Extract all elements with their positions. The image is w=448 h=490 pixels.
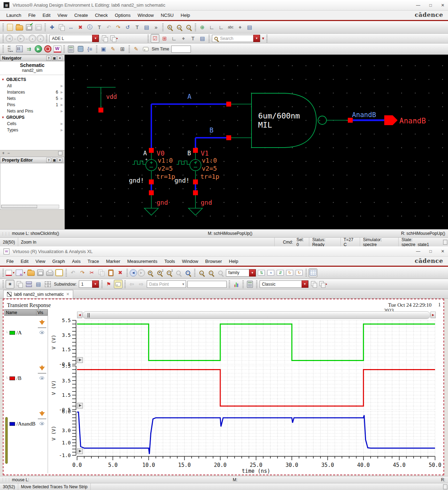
- copy-icon[interactable]: [57, 23, 66, 32]
- plot-setup-icon[interactable]: ▣: [99, 45, 108, 53]
- menu-graph[interactable]: Graph: [49, 257, 68, 265]
- nav-top-icon[interactable]: ▲: [37, 35, 44, 42]
- statusbar-scroll-handle[interactable]: [443, 484, 447, 489]
- expand-icon[interactable]: ▶: [58, 84, 63, 88]
- new-window-icon[interactable]: ▼: [6, 268, 15, 277]
- source-v0[interactable]: A V0 v1:0 v2=5 tr=1p gnd! gnd: [129, 148, 175, 215]
- snap-mode-select[interactable]: Data Point▼: [147, 280, 186, 288]
- property-form-icon[interactable]: ▤: [245, 23, 254, 32]
- split-view-icon[interactable]: ▤: [34, 280, 43, 288]
- menu-edit[interactable]: Edit: [39, 11, 54, 19]
- prev-point-icon[interactable]: ⇦: [127, 280, 136, 288]
- pan-icon[interactable]: [174, 268, 183, 277]
- next-point-icon[interactable]: ⇨: [137, 280, 146, 288]
- select-text-icon[interactable]: T: [188, 34, 197, 43]
- style-select[interactable]: Classic▼: [260, 280, 309, 288]
- add-wire-icon[interactable]: ∟: [207, 23, 216, 32]
- zoom-out-2x-icon[interactable]: −2: [165, 268, 173, 277]
- table-view-icon[interactable]: [309, 268, 317, 277]
- expressions-icon[interactable]: {≡: [85, 45, 94, 53]
- vdd-symbol[interactable]: vdd: [87, 87, 117, 113]
- calculator-icon[interactable]: [67, 45, 75, 53]
- label-tool-icon[interactable]: [114, 280, 123, 288]
- workspace-delete-icon[interactable]: ●: [110, 34, 118, 43]
- workspace-select[interactable]: ADE L▼: [49, 35, 99, 42]
- expand-icon[interactable]: ▶: [58, 103, 63, 107]
- property-editor-titlebar[interactable]: Property Editor ? ▣ ✕: [0, 157, 64, 163]
- maximize-icon[interactable]: □: [429, 3, 432, 8]
- undock-icon[interactable]: ▣: [52, 158, 57, 163]
- select-wire-icon[interactable]: ∟: [170, 34, 178, 43]
- legend-row-AnandB[interactable]: └/AnandB: [4, 411, 47, 455]
- output-pin[interactable]: [384, 115, 398, 125]
- analysis-type-icon[interactable]: AC DC Trans: [6, 45, 14, 53]
- menu-edit[interactable]: Edit: [17, 257, 32, 265]
- tree-item-all[interactable]: All▶: [0, 83, 64, 89]
- legend-row-A[interactable]: └/A: [4, 320, 47, 364]
- expand-icon[interactable]: ▶: [58, 128, 63, 132]
- histogram-icon[interactable]: [232, 280, 241, 288]
- close-icon[interactable]: ✕: [441, 3, 444, 8]
- tree-item-instances[interactable]: Instances6▶: [0, 89, 64, 95]
- refresh-plot-icon[interactable]: ↻: [285, 268, 294, 277]
- marker-flag-icon[interactable]: ⚑: [104, 280, 113, 288]
- property-editor-hscrollbar[interactable]: [1, 205, 59, 209]
- undo-icon[interactable]: ↶: [104, 23, 113, 32]
- sim-time-input[interactable]: [171, 46, 191, 53]
- zoom-out-icon[interactable]: −: [175, 23, 184, 32]
- tree-item-types[interactable]: Types▶: [0, 127, 64, 133]
- menu-marker[interactable]: Marker: [103, 257, 124, 265]
- schematic-canvas[interactable]: vdd A B 6um/600nm MIL: [65, 55, 448, 229]
- menu-help[interactable]: Help: [177, 11, 194, 19]
- trace-color-swatch[interactable]: [9, 331, 15, 335]
- select-pin-icon[interactable]: ⌖: [179, 34, 188, 43]
- save-icon[interactable]: [36, 268, 45, 277]
- subwindow-select[interactable]: 1▼: [79, 280, 99, 288]
- legend-row-B[interactable]: └/B: [4, 366, 47, 410]
- visibility-eye-icon[interactable]: [40, 422, 44, 425]
- menu-view[interactable]: View: [32, 257, 49, 265]
- trace-color-swatch[interactable]: [9, 376, 15, 380]
- tab-lab6-nand2-sim-schematic[interactable]: lab6 nand2_sim schematic ✕: [3, 290, 73, 298]
- tree-section-objects[interactable]: ▼OBJECTS: [0, 76, 64, 83]
- visibility-eye-icon[interactable]: [40, 376, 44, 380]
- zoom-y-icon[interactable]: ↕: [207, 268, 215, 277]
- net-b-wire[interactable]: B: [195, 126, 251, 148]
- minimize-icon[interactable]: —: [416, 3, 420, 8]
- nand-gate[interactable]: 6um/600nm MIL: [251, 93, 326, 148]
- stop-simulation-icon[interactable]: [43, 45, 52, 53]
- wire-label-icon[interactable]: abc: [226, 23, 235, 32]
- annotation-icon[interactable]: [141, 45, 150, 53]
- zoom-fit-icon[interactable]: ▫: [184, 23, 193, 32]
- edit-text-icon[interactable]: T: [95, 23, 104, 32]
- select-form-icon[interactable]: ▤: [198, 34, 207, 43]
- filter-funnel-icon[interactable]: [38, 367, 46, 374]
- menu-check[interactable]: Check: [91, 11, 111, 19]
- nav-add-icon[interactable]: +: [2, 151, 5, 156]
- workspace-save-icon[interactable]: [100, 34, 109, 43]
- redo-icon[interactable]: ↷: [78, 268, 87, 277]
- waveform-plot-area[interactable]: Transient Response Tue Oct 24 22:29:10 2…: [3, 299, 444, 475]
- save-style-icon[interactable]: [310, 280, 318, 288]
- trace-AnandB[interactable]: [77, 412, 435, 454]
- plot-results-icon[interactable]: W: [53, 45, 62, 53]
- move-icon[interactable]: ✚: [48, 23, 56, 32]
- probe-icon[interactable]: ⊞: [118, 45, 127, 53]
- net-a-wire[interactable]: A: [151, 93, 251, 148]
- reload-plot-icon[interactable]: ↻: [295, 268, 304, 277]
- menu-window[interactable]: Window: [134, 11, 157, 19]
- run-simulation-icon[interactable]: ▶: [34, 45, 43, 53]
- new-file-icon[interactable]: [6, 23, 14, 32]
- tree-section-groups[interactable]: ▼GROUPS: [0, 114, 64, 121]
- zoom-in-icon[interactable]: +: [146, 268, 154, 277]
- cut-icon[interactable]: ✂: [88, 268, 96, 277]
- delete-icon[interactable]: ✖: [76, 23, 85, 32]
- swap-traces-icon[interactable]: ⇅: [257, 268, 266, 277]
- expand-icon[interactable]: ▶: [58, 97, 63, 100]
- hide-style-icon[interactable]: ●: [319, 280, 328, 288]
- sweep-mode-select[interactable]: family▼: [226, 269, 256, 277]
- tree-item-cells[interactable]: Cells▶: [0, 121, 64, 127]
- info-icon[interactable]: ⓘ: [85, 23, 94, 32]
- delete-icon[interactable]: ✖: [116, 268, 125, 277]
- menu-measurements[interactable]: Measurements: [124, 257, 161, 265]
